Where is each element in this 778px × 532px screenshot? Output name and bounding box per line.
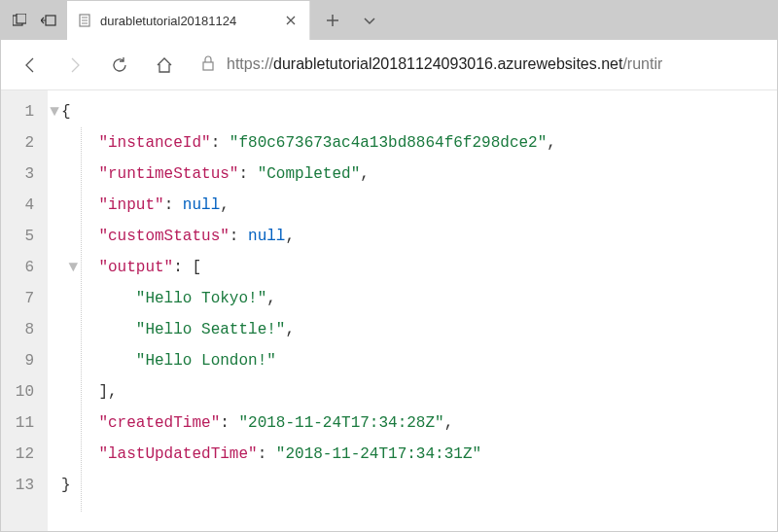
svg-rect-1 (17, 14, 26, 23)
line-number: 12 (11, 439, 34, 470)
code-line: "lastUpdatedTime": "2018-11-24T17:34:31Z… (48, 439, 556, 470)
fold-toggle-icon[interactable]: ▼ (48, 96, 61, 127)
window-titlebar: durabletutorial20181124 (1, 1, 777, 40)
browser-tab[interactable]: durabletutorial20181124 (67, 1, 310, 40)
refresh-button[interactable] (100, 46, 139, 85)
lock-icon (201, 55, 215, 74)
json-viewer: 1 2 3 4 5 6 7 8 9 10 11 12 13 ▼{ "instan… (1, 90, 777, 531)
url-text: https://durabletutorial20181124093016.az… (227, 55, 662, 73)
code-line: "input": null, (48, 190, 556, 221)
tab-actions-icon[interactable] (7, 8, 32, 33)
code-area[interactable]: ▼{ "instanceId": "f80c673673ac4a13bd8864… (48, 90, 556, 531)
code-line: "Hello London!" (48, 345, 556, 376)
home-button[interactable] (145, 46, 184, 85)
back-button[interactable] (11, 46, 50, 85)
fold-toggle-icon[interactable]: ▼ (66, 252, 80, 283)
address-bar[interactable]: https://durabletutorial20181124093016.az… (190, 48, 767, 83)
line-number: 2 (11, 127, 34, 159)
set-aside-tabs-icon[interactable] (36, 8, 61, 33)
code-line: "instanceId": "f80c673673ac4a13bd8864f6f… (48, 127, 556, 159)
titlebar-left-controls (1, 1, 67, 40)
url-path: /runtir (622, 55, 662, 72)
code-line: "customStatus": null, (48, 221, 556, 252)
line-number: 9 (11, 345, 34, 376)
tab-dropdown-button[interactable] (353, 4, 386, 37)
code-line: ], (48, 376, 556, 408)
code-line: ▼{ (48, 96, 556, 127)
code-line: "Hello Tokyo!", (48, 283, 556, 314)
page-icon (77, 13, 92, 28)
svg-rect-2 (46, 16, 55, 25)
browser-toolbar: https://durabletutorial20181124093016.az… (1, 40, 777, 90)
code-line: "Hello Seattle!", (48, 314, 556, 345)
svg-rect-4 (203, 62, 213, 70)
line-number: 1 (11, 96, 34, 127)
line-number: 5 (11, 221, 34, 252)
titlebar-right-controls (310, 1, 386, 40)
tab-close-button[interactable] (282, 12, 300, 29)
line-number: 4 (11, 190, 34, 221)
line-number: 8 (11, 314, 34, 345)
code-line: ▼ "output": [ (48, 252, 556, 283)
forward-button[interactable] (55, 46, 94, 85)
line-number: 7 (11, 283, 34, 314)
new-tab-button[interactable] (316, 4, 349, 37)
indent-guide (81, 127, 82, 512)
line-number: 11 (11, 408, 34, 439)
line-number: 3 (11, 159, 34, 190)
line-number: 13 (11, 470, 34, 501)
line-number-gutter: 1 2 3 4 5 6 7 8 9 10 11 12 13 (1, 90, 48, 531)
code-line: "runtimeStatus": "Completed", (48, 159, 556, 190)
line-number: 6 (11, 252, 34, 283)
line-number: 10 (11, 376, 34, 408)
tab-title: durabletutorial20181124 (100, 14, 276, 28)
code-line: } (48, 470, 556, 501)
code-line: "createdTime": "2018-11-24T17:34:28Z", (48, 408, 556, 439)
url-host: durabletutorial20181124093016.azurewebsi… (273, 55, 622, 72)
url-scheme: https:// (227, 55, 273, 72)
